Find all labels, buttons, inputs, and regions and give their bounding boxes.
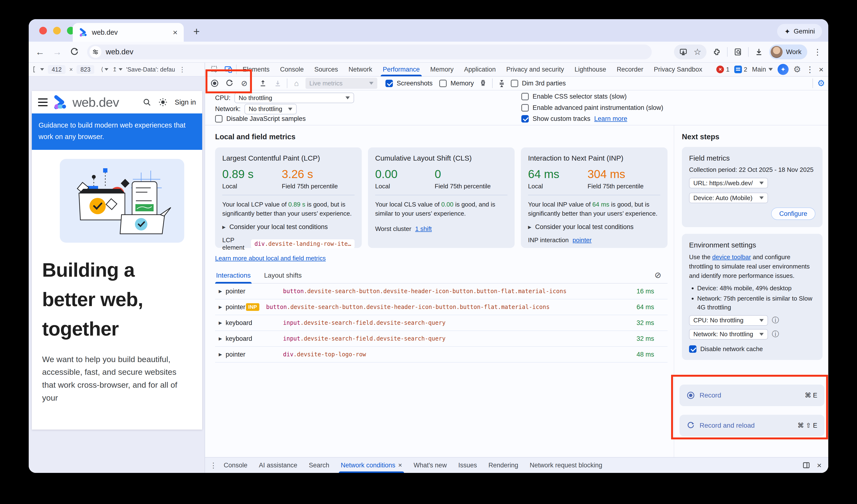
ai-assistance-icon[interactable]: ✦: [777, 64, 789, 75]
error-badge-icon[interactable]: ×: [716, 66, 724, 73]
url-bar[interactable]: web.dev: [87, 45, 652, 60]
row-expander-icon[interactable]: ▶: [215, 336, 225, 341]
custom-tracks-checkbox[interactable]: [521, 115, 529, 122]
device-toolbar-menu-icon[interactable]: ⋮: [179, 66, 186, 73]
record-and-reload-button[interactable]: Record and reload ⌘ ⇧ E: [679, 415, 824, 436]
drawer-menu-icon[interactable]: ⋮: [210, 461, 217, 470]
interaction-row[interactable]: ▶ pointer INP button.devsite-search-butt…: [215, 299, 668, 315]
tab-network[interactable]: Network: [344, 63, 377, 76]
device-toolbar-toggle-icon[interactable]: [222, 63, 235, 75]
record-reload-icon[interactable]: [224, 78, 235, 89]
advanced-paint-checkbox[interactable]: [521, 104, 529, 112]
css-selector-stats-row[interactable]: Enable CSS selector stats (slow): [521, 93, 663, 100]
network-info-icon[interactable]: ⓘ: [772, 329, 779, 339]
learn-more-metrics-link[interactable]: Learn more about local and field metrics: [215, 255, 325, 262]
back-button[interactable]: ←: [35, 47, 45, 57]
tab-performance[interactable]: Performance: [378, 63, 424, 76]
close-window-button[interactable]: [39, 27, 47, 34]
collapse-sections-icon[interactable]: [496, 78, 507, 89]
reload-button[interactable]: [70, 47, 79, 56]
devtools-menu-icon[interactable]: ⋮: [806, 65, 814, 74]
browser-menu-icon[interactable]: ⋮: [813, 47, 822, 57]
drawer-tab-console[interactable]: Console: [219, 457, 252, 473]
site-brand[interactable]: web.dev: [72, 95, 119, 110]
inp-consider-expander[interactable]: ▶ Consider your local test conditions: [528, 223, 660, 231]
clear-icon[interactable]: ⊘: [238, 78, 250, 89]
custom-tracks-learn-more-link[interactable]: Learn more: [594, 115, 627, 122]
tab-recorder[interactable]: Recorder: [612, 63, 648, 76]
drawer-tab-ai-assistance[interactable]: AI assistance: [254, 457, 302, 473]
configure-button[interactable]: Configure: [771, 207, 816, 220]
dimensions-dropdown[interactable]: [33, 66, 44, 72]
tab-interactions[interactable]: Interactions: [215, 272, 252, 283]
tab-privacy-security[interactable]: Privacy and security: [502, 63, 569, 76]
clear-log-icon[interactable]: ⊘: [655, 270, 661, 280]
memory-checkbox[interactable]: [439, 80, 447, 87]
custom-tracks-row[interactable]: Show custom tracks Learn more: [521, 115, 663, 122]
tab-sources[interactable]: Sources: [310, 63, 342, 76]
inp-interaction-link[interactable]: pointer: [573, 236, 592, 244]
interaction-row[interactable]: ▶ pointer button.devsite-search-button.d…: [215, 284, 668, 299]
issues-badge-icon[interactable]: [734, 66, 742, 73]
devtools-settings-icon[interactable]: ⚙: [793, 64, 801, 74]
webdev-logo-icon[interactable]: [53, 95, 67, 110]
drawer-close-icon[interactable]: ×: [817, 461, 822, 470]
tab-application[interactable]: Application: [459, 63, 500, 76]
drawer-tab-whats-new[interactable]: What's new: [409, 457, 452, 473]
site-search-icon[interactable]: [142, 98, 151, 106]
cls-worst-cluster-link[interactable]: 1 shift: [415, 225, 432, 233]
drawer-tab-rendering[interactable]: Rendering: [484, 457, 523, 473]
menu-hamburger-icon[interactable]: [38, 98, 48, 106]
theme-toggle-icon[interactable]: [158, 98, 167, 107]
drawer-tab-issues[interactable]: Issues: [453, 457, 482, 473]
tab-close-icon[interactable]: ×: [173, 28, 178, 37]
memory-checkbox-row[interactable]: Memory: [439, 80, 474, 87]
tab-lighthouse[interactable]: Lighthouse: [570, 63, 611, 76]
new-tab-button[interactable]: +: [193, 25, 200, 38]
tab-layout-shifts[interactable]: Layout shifts: [263, 272, 303, 283]
device-toolbar-link[interactable]: device toolbar: [712, 253, 751, 261]
device-height-input[interactable]: 823: [77, 65, 94, 74]
profile-button[interactable]: Work: [769, 45, 807, 60]
cpu-info-icon[interactable]: ⓘ: [772, 315, 779, 325]
dim-3rd-parties-row[interactable]: Dim 3rd parties: [511, 80, 566, 87]
install-app-icon[interactable]: [679, 48, 687, 56]
save-profile-icon[interactable]: [272, 78, 284, 89]
lcp-consider-expander[interactable]: ▶ Consider your local test conditions: [222, 223, 355, 231]
css-selector-stats-checkbox[interactable]: [521, 93, 529, 100]
search-tabs-icon[interactable]: [734, 48, 742, 56]
live-metrics-select[interactable]: Live metrics: [305, 78, 377, 89]
interaction-row[interactable]: ▶ keyboard input.devsite-search-field.de…: [215, 315, 668, 331]
drawer-tab-network-request-blocking[interactable]: Network request blocking: [525, 457, 607, 473]
network-throttling-select[interactable]: No throttling: [245, 104, 297, 114]
cpu-throttling-select[interactable]: No throttling: [234, 93, 354, 103]
panel-settings-icon[interactable]: ⚙: [817, 78, 825, 88]
tab-privacy-sandbox[interactable]: Privacy Sandbox: [649, 63, 707, 76]
minimize-window-button[interactable]: [53, 27, 61, 34]
bookmark-star-icon[interactable]: ☆: [693, 47, 701, 57]
screenshots-checkbox-row[interactable]: Screenshots: [385, 80, 433, 87]
browser-tab[interactable]: web.dev ×: [73, 23, 184, 41]
row-expander-icon[interactable]: ▶: [215, 320, 225, 325]
field-device-select[interactable]: Device: Auto (Mobile): [689, 192, 768, 203]
inspect-element-icon[interactable]: [208, 63, 221, 75]
disable-js-samples-row[interactable]: Disable JavaScript samples: [215, 115, 521, 122]
interaction-row[interactable]: ▶ pointer div.devsite-top-logo-row 48 ms: [215, 347, 668, 363]
row-expander-icon[interactable]: ▶: [215, 304, 225, 310]
collect-garbage-icon[interactable]: [477, 78, 489, 89]
dim-3rd-parties-checkbox[interactable]: [511, 80, 518, 87]
site-settings-icon[interactable]: [89, 46, 101, 58]
field-url-select[interactable]: URL: https://web.dev/: [689, 178, 768, 188]
lcp-element-chip[interactable]: div.devsite-landing-row-ite…: [251, 239, 355, 248]
tab-elements[interactable]: Elements: [238, 63, 274, 76]
dock-side-icon[interactable]: [803, 461, 810, 469]
row-expander-icon[interactable]: ▶: [215, 289, 225, 294]
load-profile-icon[interactable]: [257, 78, 269, 89]
record-icon[interactable]: [209, 78, 220, 89]
drawer-tab-search[interactable]: Search: [304, 457, 334, 473]
zoom-dropdown[interactable]: ⟨: [101, 66, 108, 73]
disable-js-samples-checkbox[interactable]: [215, 115, 222, 122]
devtools-close-icon[interactable]: ×: [819, 65, 824, 74]
row-expander-icon[interactable]: ▶: [215, 352, 225, 357]
device-width-input[interactable]: 412: [48, 65, 66, 74]
